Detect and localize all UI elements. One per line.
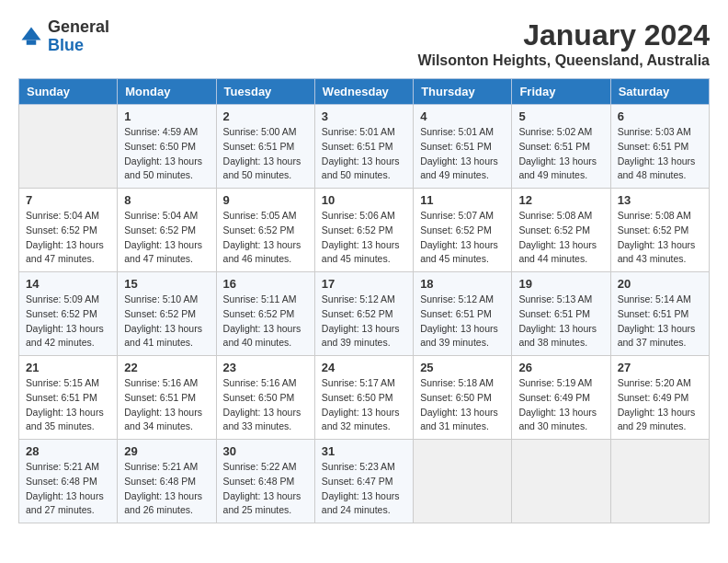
day-number: 2 [223, 109, 308, 123]
day-number: 13 [618, 193, 702, 207]
day-info: Sunrise: 5:02 AM Sunset: 6:51 PM Dayligh… [518, 125, 603, 183]
week-row-2: 7Sunrise: 5:04 AM Sunset: 6:52 PM Daylig… [19, 189, 710, 272]
calendar-cell: 4Sunrise: 5:01 AM Sunset: 6:51 PM Daylig… [414, 105, 512, 189]
day-info: Sunrise: 5:12 AM Sunset: 6:52 PM Dayligh… [322, 293, 406, 350]
day-info: Sunrise: 5:23 AM Sunset: 6:47 PM Dayligh… [322, 460, 406, 518]
day-header-saturday: Saturday [610, 79, 709, 105]
calendar-cell: 7Sunrise: 5:04 AM Sunset: 6:52 PM Daylig… [19, 189, 118, 272]
day-number: 30 [223, 444, 308, 458]
day-number: 25 [420, 361, 505, 374]
calendar-cell: 27Sunrise: 5:20 AM Sunset: 6:49 PM Dayli… [610, 356, 709, 440]
calendar-cell: 29Sunrise: 5:21 AM Sunset: 6:48 PM Dayli… [118, 440, 216, 523]
calendar-cell: 3Sunrise: 5:01 AM Sunset: 6:51 PM Daylig… [314, 105, 413, 189]
day-number: 3 [322, 109, 406, 123]
title-block: January 2024 Wilsonton Heights, Queensla… [417, 18, 710, 69]
day-info: Sunrise: 5:17 AM Sunset: 6:50 PM Dayligh… [322, 376, 406, 434]
calendar-cell: 1Sunrise: 4:59 AM Sunset: 6:50 PM Daylig… [118, 105, 216, 189]
logo-icon [18, 24, 44, 50]
day-info: Sunrise: 5:16 AM Sunset: 6:50 PM Dayligh… [223, 376, 308, 434]
day-info: Sunrise: 5:16 AM Sunset: 6:51 PM Dayligh… [124, 376, 209, 434]
calendar-cell: 10Sunrise: 5:06 AM Sunset: 6:52 PM Dayli… [314, 189, 413, 272]
calendar-cell: 24Sunrise: 5:17 AM Sunset: 6:50 PM Dayli… [314, 356, 413, 440]
calendar-cell: 8Sunrise: 5:04 AM Sunset: 6:52 PM Daylig… [118, 189, 216, 272]
page-header: General Blue January 2024 Wilsonton Heig… [18, 18, 710, 69]
day-info: Sunrise: 5:21 AM Sunset: 6:48 PM Dayligh… [26, 460, 110, 518]
day-number: 7 [26, 193, 110, 207]
days-header-row: SundayMondayTuesdayWednesdayThursdayFrid… [19, 79, 710, 105]
day-info: Sunrise: 5:01 AM Sunset: 6:51 PM Dayligh… [322, 125, 406, 183]
day-info: Sunrise: 5:18 AM Sunset: 6:50 PM Dayligh… [420, 376, 505, 434]
calendar-cell: 12Sunrise: 5:08 AM Sunset: 6:52 PM Dayli… [512, 189, 610, 272]
day-number: 24 [322, 361, 406, 374]
day-number: 27 [618, 361, 702, 374]
logo: General Blue [18, 18, 109, 55]
day-info: Sunrise: 5:05 AM Sunset: 6:52 PM Dayligh… [223, 209, 308, 267]
day-number: 23 [223, 361, 308, 374]
day-number: 19 [518, 277, 603, 291]
day-info: Sunrise: 5:22 AM Sunset: 6:48 PM Dayligh… [223, 460, 308, 518]
day-number: 16 [223, 277, 308, 291]
logo-blue-text: Blue [48, 36, 84, 54]
day-number: 14 [26, 277, 110, 291]
calendar-cell: 20Sunrise: 5:14 AM Sunset: 6:51 PM Dayli… [610, 272, 709, 356]
day-header-thursday: Thursday [414, 79, 512, 105]
day-header-friday: Friday [512, 79, 610, 105]
day-header-tuesday: Tuesday [216, 79, 314, 105]
calendar-subtitle: Wilsonton Heights, Queensland, Australia [417, 52, 710, 69]
day-info: Sunrise: 5:14 AM Sunset: 6:51 PM Dayligh… [618, 293, 702, 350]
day-info: Sunrise: 5:08 AM Sunset: 6:52 PM Dayligh… [518, 209, 603, 267]
day-number: 29 [124, 444, 209, 458]
day-number: 15 [124, 277, 209, 291]
day-number: 9 [223, 193, 308, 207]
day-number: 28 [26, 444, 110, 458]
day-number: 10 [322, 193, 406, 207]
day-header-wednesday: Wednesday [314, 79, 413, 105]
calendar-cell: 19Sunrise: 5:13 AM Sunset: 6:51 PM Dayli… [512, 272, 610, 356]
calendar-cell: 2Sunrise: 5:00 AM Sunset: 6:51 PM Daylig… [216, 105, 314, 189]
day-number: 4 [420, 109, 505, 123]
day-number: 21 [26, 361, 110, 374]
week-row-4: 21Sunrise: 5:15 AM Sunset: 6:51 PM Dayli… [19, 356, 710, 440]
day-info: Sunrise: 5:15 AM Sunset: 6:51 PM Dayligh… [26, 376, 110, 434]
calendar-cell: 9Sunrise: 5:05 AM Sunset: 6:52 PM Daylig… [216, 189, 314, 272]
calendar-cell: 25Sunrise: 5:18 AM Sunset: 6:50 PM Dayli… [414, 356, 512, 440]
week-row-5: 28Sunrise: 5:21 AM Sunset: 6:48 PM Dayli… [19, 440, 710, 523]
day-info: Sunrise: 5:00 AM Sunset: 6:51 PM Dayligh… [223, 125, 308, 183]
day-number: 22 [124, 361, 209, 374]
day-info: Sunrise: 5:04 AM Sunset: 6:52 PM Dayligh… [124, 209, 209, 267]
day-number: 31 [322, 444, 406, 458]
day-info: Sunrise: 5:03 AM Sunset: 6:51 PM Dayligh… [618, 125, 702, 183]
calendar-cell: 14Sunrise: 5:09 AM Sunset: 6:52 PM Dayli… [19, 272, 118, 356]
day-info: Sunrise: 4:59 AM Sunset: 6:50 PM Dayligh… [124, 125, 209, 183]
day-number: 5 [518, 109, 603, 123]
day-info: Sunrise: 5:08 AM Sunset: 6:52 PM Dayligh… [618, 209, 702, 267]
day-info: Sunrise: 5:07 AM Sunset: 6:52 PM Dayligh… [420, 209, 505, 267]
day-info: Sunrise: 5:21 AM Sunset: 6:48 PM Dayligh… [124, 460, 209, 518]
day-number: 26 [518, 361, 603, 374]
day-info: Sunrise: 5:10 AM Sunset: 6:52 PM Dayligh… [124, 293, 209, 350]
day-info: Sunrise: 5:11 AM Sunset: 6:52 PM Dayligh… [223, 293, 308, 350]
calendar-title: January 2024 [417, 18, 710, 52]
day-info: Sunrise: 5:01 AM Sunset: 6:51 PM Dayligh… [420, 125, 505, 183]
calendar-cell: 15Sunrise: 5:10 AM Sunset: 6:52 PM Dayli… [118, 272, 216, 356]
day-info: Sunrise: 5:19 AM Sunset: 6:49 PM Dayligh… [518, 376, 603, 434]
calendar-cell [414, 440, 512, 523]
day-info: Sunrise: 5:09 AM Sunset: 6:52 PM Dayligh… [26, 293, 110, 350]
calendar-cell: 23Sunrise: 5:16 AM Sunset: 6:50 PM Dayli… [216, 356, 314, 440]
calendar-cell [512, 440, 610, 523]
day-info: Sunrise: 5:20 AM Sunset: 6:49 PM Dayligh… [618, 376, 702, 434]
day-number: 6 [618, 109, 702, 123]
calendar-cell [610, 440, 709, 523]
day-number: 1 [124, 109, 209, 123]
calendar-cell: 30Sunrise: 5:22 AM Sunset: 6:48 PM Dayli… [216, 440, 314, 523]
calendar-cell: 16Sunrise: 5:11 AM Sunset: 6:52 PM Dayli… [216, 272, 314, 356]
calendar-cell: 11Sunrise: 5:07 AM Sunset: 6:52 PM Dayli… [414, 189, 512, 272]
calendar-table: SundayMondayTuesdayWednesdayThursdayFrid… [18, 78, 710, 523]
calendar-cell: 5Sunrise: 5:02 AM Sunset: 6:51 PM Daylig… [512, 105, 610, 189]
calendar-cell: 31Sunrise: 5:23 AM Sunset: 6:47 PM Dayli… [314, 440, 413, 523]
day-header-sunday: Sunday [19, 79, 118, 105]
svg-rect-1 [27, 40, 37, 44]
calendar-cell: 17Sunrise: 5:12 AM Sunset: 6:52 PM Dayli… [314, 272, 413, 356]
day-number: 18 [420, 277, 505, 291]
calendar-body: 1Sunrise: 4:59 AM Sunset: 6:50 PM Daylig… [19, 105, 710, 523]
